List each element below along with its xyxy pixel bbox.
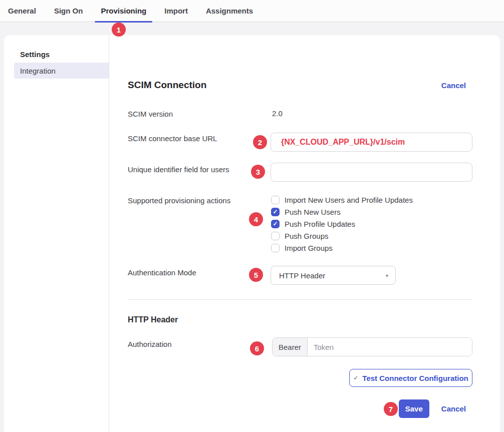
tab-assignments[interactable]: Assignments	[200, 0, 259, 22]
annotation-badge-4: 4	[249, 212, 263, 226]
http-header-section-title: HTTP Header	[128, 315, 178, 324]
section-divider	[128, 299, 472, 300]
base-url-input[interactable]	[271, 133, 472, 152]
tab-import[interactable]: Import	[158, 0, 194, 22]
select-value: HTTP Header	[279, 271, 325, 280]
annotation-badge-3: 3	[251, 165, 265, 179]
checkbox-row-import-new-users[interactable]: ✓ Import New Users and Profile Updates	[271, 194, 413, 206]
scim-version-label: SCIM version	[128, 109, 173, 119]
tab-provisioning[interactable]: Provisioning	[95, 0, 152, 22]
annotation-badge-5: 5	[249, 268, 263, 282]
checkbox-push-groups[interactable]: ✓	[271, 232, 280, 240]
scim-connection-form: SCIM Connection Cancel SCIM version 2.0 …	[128, 35, 472, 432]
authentication-mode-select[interactable]: HTTP Header ▾	[271, 266, 396, 285]
unique-identifier-input[interactable]	[271, 163, 472, 182]
check-icon: ✓	[273, 221, 278, 227]
checkbox-label: Import New Users and Profile Updates	[285, 196, 413, 204]
tab-general[interactable]: General	[2, 0, 42, 22]
provisioning-actions-label: Supported provisioning actions	[128, 196, 230, 206]
annotation-badge-2: 2	[253, 135, 267, 149]
authorization-label: Authorization	[128, 339, 172, 349]
unique-identifier-label: Unique identifier field for users	[128, 165, 229, 175]
checkbox-label: Push Profile Updates	[285, 220, 355, 228]
provisioning-actions-list: ✓ Import New Users and Profile Updates ✓…	[271, 194, 413, 254]
test-button-label: Test Connector Configuration	[362, 374, 468, 382]
check-icon: ✓	[273, 209, 278, 215]
base-url-label: SCIM connector base URL	[128, 134, 217, 144]
page-title: SCIM Connection	[128, 80, 206, 91]
sidebar-item-label: Integration	[20, 67, 56, 75]
checkbox-push-profile-updates[interactable]: ✓	[271, 220, 280, 228]
check-icon: ✓	[353, 374, 358, 381]
save-button[interactable]: Save	[399, 399, 429, 418]
sidebar-item-integration[interactable]: Integration	[14, 63, 109, 79]
annotation-badge-6: 6	[250, 341, 264, 355]
authorization-input-group: Bearer	[272, 337, 472, 356]
checkbox-label: Import Groups	[285, 244, 333, 252]
checkbox-row-push-new-users[interactable]: ✓ Push New Users	[271, 206, 413, 218]
form-footer: Save Cancel	[128, 399, 472, 418]
test-connector-configuration-button[interactable]: ✓ Test Connector Configuration	[349, 369, 472, 387]
scim-version-value: 2.0	[272, 109, 283, 118]
cancel-link-top[interactable]: Cancel	[441, 81, 466, 90]
checkbox-import-groups[interactable]: ✓	[271, 244, 280, 252]
authentication-mode-label: Authentication Mode	[128, 268, 196, 278]
chevron-down-icon: ▾	[386, 273, 388, 278]
form-header: SCIM Connection Cancel	[128, 78, 472, 93]
checkbox-label: Push Groups	[285, 232, 329, 240]
bearer-prefix: Bearer	[273, 338, 308, 356]
checkbox-push-new-users[interactable]: ✓	[271, 208, 280, 216]
checkbox-label: Push New Users	[285, 208, 341, 216]
annotation-badge-7: 7	[384, 402, 398, 416]
app-tab-bar: General Sign On Provisioning Import Assi…	[0, 0, 504, 22]
tab-sign-on[interactable]: Sign On	[48, 0, 89, 22]
checkbox-row-push-profile-updates[interactable]: ✓ Push Profile Updates	[271, 218, 413, 230]
checkbox-row-push-groups[interactable]: ✓ Push Groups	[271, 230, 413, 242]
checkbox-row-import-groups[interactable]: ✓ Import Groups	[271, 242, 413, 254]
annotation-badge-1: 1	[112, 23, 126, 37]
token-input[interactable]	[308, 338, 472, 356]
cancel-link-bottom[interactable]: Cancel	[441, 404, 466, 413]
settings-card: Settings Integration SCIM Connection Can…	[4, 35, 500, 432]
checkbox-import-new-users[interactable]: ✓	[271, 196, 280, 204]
settings-sidebar: Settings Integration	[4, 35, 109, 432]
sidebar-header: Settings	[20, 50, 50, 59]
